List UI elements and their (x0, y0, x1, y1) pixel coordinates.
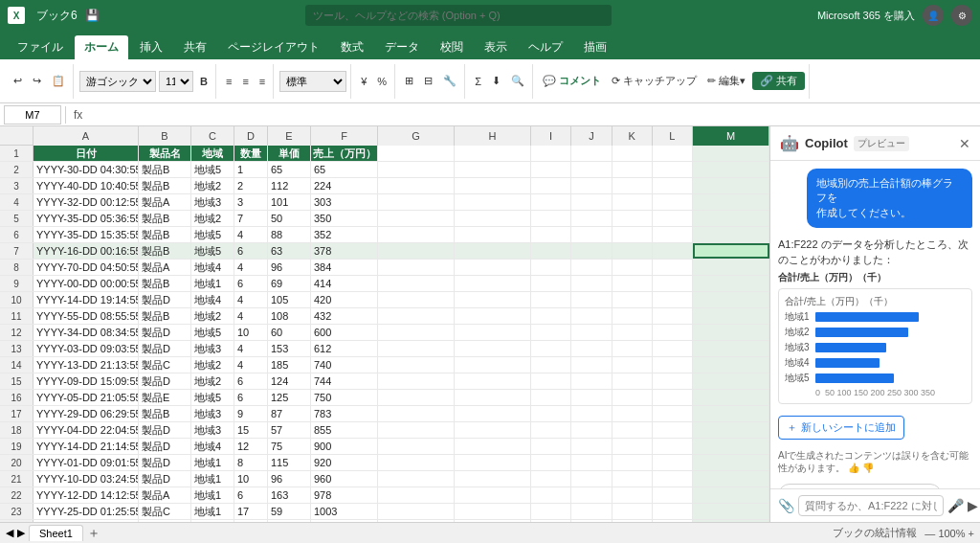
cell-m2[interactable] (693, 162, 769, 177)
align-right-button[interactable]: ≡ (256, 74, 269, 89)
col-header-i[interactable]: I (531, 126, 571, 146)
cell-k13[interactable] (612, 341, 653, 356)
cell-g2[interactable] (378, 162, 455, 177)
cell-h18[interactable] (455, 422, 531, 438)
col-header-f[interactable]: F (311, 126, 378, 146)
cell-D14[interactable]: 4 (234, 357, 268, 373)
cell-h6[interactable] (455, 227, 531, 242)
cell-A10[interactable]: YYYY-14-DD 19:14:55 (33, 292, 139, 307)
cell-i16[interactable] (531, 390, 571, 405)
tab-home[interactable]: ホーム (75, 35, 128, 59)
cell-F7[interactable]: 378 (311, 243, 378, 259)
undo-button[interactable]: ↩ (10, 73, 26, 89)
tab-data[interactable]: データ (375, 35, 429, 59)
cell-l12[interactable] (653, 325, 693, 340)
tab-formula[interactable]: 数式 (331, 35, 373, 59)
cell-h1[interactable] (455, 146, 531, 161)
scroll-left-icon[interactable]: ◀ (6, 527, 13, 539)
cell-k18[interactable] (612, 422, 653, 438)
cell-E9[interactable]: 69 (268, 276, 311, 291)
cell-g16[interactable] (378, 390, 455, 405)
cell-B14[interactable]: 製品C (139, 357, 191, 373)
cell-j22[interactable] (571, 487, 612, 503)
cell-i2[interactable] (531, 162, 571, 177)
cell-F13[interactable]: 612 (311, 341, 378, 356)
cell-g7[interactable] (378, 243, 455, 259)
cell-D5[interactable]: 7 (234, 211, 268, 226)
cell-A20[interactable]: YYYY-01-DD 09:01:55 (33, 455, 139, 470)
cell-C8[interactable]: 地域4 (191, 260, 234, 275)
cell-F20[interactable]: 920 (311, 455, 378, 470)
cell-F2[interactable]: 65 (311, 162, 378, 177)
cell-A5[interactable]: YYYY-35-DD 05:36:55 (33, 211, 139, 226)
cell-F3[interactable]: 224 (311, 178, 378, 193)
cell-l19[interactable] (653, 439, 693, 454)
cell-B16[interactable]: 製品E (139, 390, 191, 405)
cell-C10[interactable]: 地域4 (191, 292, 234, 307)
tab-insert[interactable]: 挿入 (130, 35, 172, 59)
cell-B8[interactable]: 製品A (139, 260, 191, 275)
cell-h3[interactable] (455, 178, 531, 193)
cell-g13[interactable] (378, 341, 455, 356)
buy-button[interactable]: Microsoft 365 を購入 (817, 9, 915, 23)
cell-m17[interactable] (693, 406, 769, 421)
cell-C20[interactable]: 地域1 (191, 455, 234, 470)
cell-g21[interactable] (378, 471, 455, 486)
cell-h7[interactable] (455, 243, 531, 259)
cell-k4[interactable] (612, 194, 653, 210)
cell-g18[interactable] (378, 422, 455, 438)
cell-m5[interactable] (693, 211, 769, 226)
copilot-input[interactable] (798, 495, 944, 516)
thumbs-down-icon[interactable]: 👎 (862, 463, 874, 473)
tab-view[interactable]: 表示 (475, 35, 517, 59)
cell-F14[interactable]: 740 (311, 357, 378, 373)
cell-A2[interactable]: YYYY-30-DD 04:30:55 (33, 162, 139, 177)
cell-B7[interactable]: 製品B (139, 243, 191, 259)
cell-E21[interactable]: 96 (268, 471, 311, 486)
cell-C5[interactable]: 地域2 (191, 211, 234, 226)
cell-F23[interactable]: 1003 (311, 504, 378, 519)
cell-F22[interactable]: 978 (311, 487, 378, 503)
cell-l18[interactable] (653, 422, 693, 438)
cell-d1[interactable]: 数量 (234, 146, 268, 161)
cell-k7[interactable] (612, 243, 653, 259)
cell-B11[interactable]: 製品B (139, 308, 191, 324)
cell-E12[interactable]: 60 (268, 325, 311, 340)
cell-E8[interactable]: 96 (268, 260, 311, 275)
cell-h16[interactable] (455, 390, 531, 405)
cell-A12[interactable]: YYYY-34-DD 08:34:55 (33, 325, 139, 340)
cell-h17[interactable] (455, 406, 531, 421)
cell-i17[interactable] (531, 406, 571, 421)
cell-k21[interactable] (612, 471, 653, 486)
cell-k24[interactable] (612, 520, 653, 522)
cell-i13[interactable] (531, 341, 571, 356)
add-sheet-tab-button[interactable]: ＋ (87, 525, 100, 542)
cell-l5[interactable] (653, 211, 693, 226)
cell-j14[interactable] (571, 357, 612, 373)
cell-k9[interactable] (612, 276, 653, 291)
cell-j13[interactable] (571, 341, 612, 356)
cell-j12[interactable] (571, 325, 612, 340)
cell-A6[interactable]: YYYY-35-DD 15:35:55 (33, 227, 139, 242)
cell-m4[interactable] (693, 194, 769, 210)
cell-C15[interactable]: 地域2 (191, 373, 234, 389)
cell-a1[interactable]: 日付 (33, 146, 139, 161)
cell-m8[interactable] (693, 260, 769, 275)
sum-button[interactable]: Σ (471, 74, 485, 89)
cell-E20[interactable]: 115 (268, 455, 311, 470)
cell-D21[interactable]: 10 (234, 471, 268, 486)
cell-i5[interactable] (531, 211, 571, 226)
cell-g24[interactable] (378, 520, 455, 522)
cell-C3[interactable]: 地域2 (191, 178, 234, 193)
cell-A19[interactable]: YYYY-14-DD 21:14:55 (33, 439, 139, 454)
cell-B17[interactable]: 製品B (139, 406, 191, 421)
cell-E4[interactable]: 101 (268, 194, 311, 210)
cell-D24[interactable]: 20 (234, 520, 268, 522)
cell-g19[interactable] (378, 439, 455, 454)
cell-g14[interactable] (378, 357, 455, 373)
cell-k16[interactable] (612, 390, 653, 405)
cell-B4[interactable]: 製品A (139, 194, 191, 210)
cell-A15[interactable]: YYYY-09-DD 15:09:55 (33, 373, 139, 389)
cell-C16[interactable]: 地域5 (191, 390, 234, 405)
cell-k3[interactable] (612, 178, 653, 193)
